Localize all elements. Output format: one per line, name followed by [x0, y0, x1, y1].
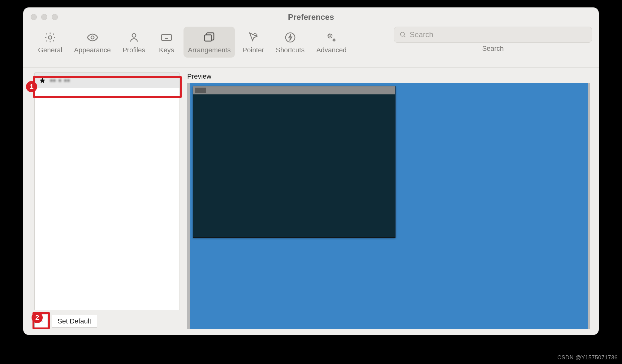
window-title: Preferences [23, 12, 599, 22]
arrangement-name: ▪▪ ▪ ▪▪ [50, 76, 70, 84]
svg-point-7 [333, 39, 335, 41]
search-input[interactable] [410, 30, 587, 39]
minimize-window-button[interactable] [41, 14, 47, 20]
windows-icon [202, 31, 216, 44]
close-window-button[interactable] [31, 14, 37, 20]
svg-point-6 [329, 35, 331, 37]
person-icon [127, 31, 141, 44]
gears-icon [325, 31, 338, 44]
set-default-button[interactable]: Set Default [52, 315, 97, 328]
arrangement-row[interactable]: ▪▪ ▪ ▪▪ [35, 73, 179, 88]
svg-point-1 [91, 36, 94, 39]
tab-profiles[interactable]: Profiles [118, 27, 149, 58]
svg-point-8 [400, 32, 404, 36]
cursor-icon [246, 31, 260, 44]
tab-appearance[interactable]: Appearance [70, 27, 115, 58]
tab-label: Shortcuts [276, 46, 305, 54]
annotation-badge-1: 1 [26, 81, 37, 92]
tab-shortcuts[interactable]: Shortcuts [271, 27, 309, 58]
tab-label: General [38, 46, 62, 54]
gear-icon [43, 31, 57, 44]
svg-rect-3 [162, 34, 171, 41]
window-controls [31, 14, 58, 20]
tab-label: Pointer [242, 46, 264, 54]
svg-point-0 [49, 36, 52, 39]
tab-label: Profiles [123, 46, 145, 54]
arrangements-panel: ▪▪ ▪ ▪▪ – Set Default [34, 72, 180, 329]
preview-terminal-titlebar [193, 86, 395, 94]
search-box[interactable] [394, 27, 592, 43]
toolbar: General Appearance Profiles Keys [23, 27, 599, 67]
tab-advanced[interactable]: Advanced [312, 27, 351, 58]
watermark: CSDN @Y1575071736 [557, 354, 618, 361]
preview-terminal-tab [195, 88, 206, 93]
bolt-icon [283, 31, 297, 44]
svg-rect-4 [205, 35, 212, 41]
svg-point-5 [286, 33, 295, 42]
preview-label: Preview [187, 72, 590, 80]
preview-terminal-window [193, 86, 395, 238]
search-icon [399, 31, 407, 38]
tab-label: Keys [159, 46, 174, 54]
keyboard-icon [160, 31, 173, 44]
tab-label: Advanced [316, 46, 347, 54]
preview-area [187, 83, 590, 329]
body: ▪▪ ▪ ▪▪ – Set Default Preview [23, 67, 599, 335]
tab-label: Appearance [74, 46, 111, 54]
search-label: Search [482, 45, 504, 53]
titlebar: Preferences [23, 7, 599, 27]
tab-label: Arrangements [188, 46, 231, 54]
annotation-badge-2: 2 [32, 312, 43, 323]
eye-icon [86, 31, 99, 44]
tab-arrangements[interactable]: Arrangements [184, 27, 235, 58]
arrangements-list[interactable]: ▪▪ ▪ ▪▪ [34, 72, 180, 310]
preview-panel: Preview [187, 72, 590, 329]
tab-general[interactable]: General [34, 27, 67, 58]
tab-keys[interactable]: Keys [153, 27, 180, 58]
preferences-window: Preferences General Appearance Profiles [23, 7, 599, 335]
svg-point-2 [132, 33, 136, 37]
toolbar-search: Search [394, 27, 592, 53]
zoom-window-button[interactable] [52, 14, 58, 20]
arrangements-actions: – Set Default [34, 314, 180, 329]
tab-pointer[interactable]: Pointer [238, 27, 268, 58]
star-icon [39, 77, 46, 84]
